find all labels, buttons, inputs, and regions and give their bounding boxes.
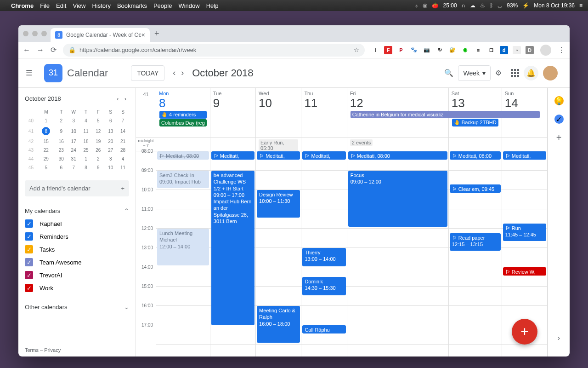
cloud-icon[interactable]: ☁	[470, 2, 475, 9]
event[interactable]: 🏳 Meditati, 08:00	[503, 151, 546, 160]
cc-icon[interactable]: ◎	[423, 2, 427, 9]
event[interactable]: 🏳 Meditati, 08:00	[302, 151, 345, 160]
minical-day[interactable]: 26	[92, 146, 104, 155]
minical-day[interactable]: 28	[117, 146, 129, 155]
minical-day[interactable]: 2	[55, 116, 68, 125]
minical-day[interactable]: 6	[55, 163, 68, 172]
ext-pinterest-icon[interactable]: P	[397, 46, 405, 54]
event-slot[interactable]: 🏳 Meditati, 08:00Design Review10:00 – 11…	[256, 151, 301, 345]
event[interactable]: 🏳 Read paper12:15 – 13:15	[450, 233, 501, 251]
day-header[interactable]: Tue 9	[210, 88, 255, 138]
minical-next[interactable]: ›	[122, 94, 129, 103]
minical-day[interactable]: 1	[37, 116, 55, 125]
event[interactable]: Call Räphu	[302, 325, 345, 334]
minical-day[interactable]: 18	[80, 137, 92, 146]
day-header[interactable]: Wed 10	[256, 88, 301, 138]
today-button[interactable]: TODAY	[131, 65, 164, 81]
menu-view[interactable]: View	[73, 2, 85, 9]
wifi-icon[interactable]: ◡	[498, 2, 502, 9]
ext-camera-icon[interactable]: 📷	[423, 46, 431, 54]
keep-icon[interactable]: 💡	[554, 96, 564, 105]
ext-d-icon[interactable]: d	[500, 46, 508, 54]
minical-day[interactable]: 11	[117, 163, 129, 172]
allday-event[interactable]: Columbus Day (reg	[159, 119, 207, 126]
plus-icon[interactable]: +	[121, 185, 124, 192]
calendar-item[interactable]: ✓Reminders	[25, 230, 129, 243]
checkbox-icon[interactable]: ✓	[25, 245, 33, 253]
ext-sync-icon[interactable]: ↻	[435, 46, 444, 54]
minical-day[interactable]: 12	[92, 125, 104, 137]
event[interactable]: Sem3 Check-In09:00, Impact Hub	[157, 171, 209, 188]
event-slot[interactable]: 🏳 Meditati, 08:00be-advanced Challenge W…	[210, 151, 255, 345]
minical-day[interactable]: 23	[55, 146, 68, 155]
footer-links[interactable]: Terms – Privacy	[25, 347, 61, 353]
minical-day[interactable]: 22	[37, 146, 55, 155]
minical-day[interactable]: 9	[92, 163, 104, 172]
checkbox-icon[interactable]: ✓	[25, 271, 33, 279]
allday-event[interactable]: Catherine in Belgium for medical visuali…	[351, 111, 540, 118]
day-column[interactable]: Sun 14 🏳 Meditati, 08:00🏳 Run11:45 – 12:…	[502, 88, 548, 356]
menu-history[interactable]: History	[92, 2, 110, 9]
minical-day[interactable]: 4	[80, 116, 92, 125]
event[interactable]: Lunch Meeting Michael12:00 – 14:00	[157, 229, 209, 265]
ext-circle-icon[interactable]: ◉	[461, 46, 469, 54]
menu-help[interactable]: Help	[206, 2, 219, 9]
event[interactable]: Focus09:00 – 12:00	[348, 171, 447, 227]
headphones-icon[interactable]: ∩	[462, 2, 466, 9]
minical-day[interactable]: 16	[55, 137, 68, 146]
minical-day[interactable]: 9	[55, 125, 68, 137]
event-slot[interactable]: 🏳 Meditati, 08:00Focus09:00 – 12:00	[347, 151, 448, 345]
spill-event[interactable]: Early Run, 05:30	[259, 139, 298, 151]
minical-day[interactable]: 4	[117, 155, 129, 163]
event[interactable]: 🏳 Meditati, 08:00	[157, 151, 209, 160]
create-event-fab[interactable]: +	[512, 319, 537, 345]
browser-tab[interactable]: 8 Google Calendar - Week of Oc ×	[51, 28, 150, 42]
ext-flipboard-icon[interactable]: F	[384, 46, 392, 54]
account-avatar[interactable]	[543, 66, 558, 80]
event-slot[interactable]: 🏳 Meditati, 08:00🏳 Clear em, 09:45🏳 Read…	[449, 151, 502, 345]
close-window-button[interactable]	[23, 31, 28, 36]
next-period-button[interactable]: ›	[178, 65, 187, 80]
event[interactable]: 🏳 Clear em, 09:45	[450, 184, 501, 193]
back-button[interactable]: ←	[23, 46, 30, 54]
minical-day[interactable]: 5	[37, 163, 55, 172]
dropbox-icon[interactable]: ⬨	[415, 2, 418, 9]
day-column[interactable]: Sat 13 🤚 Backup 2TBHD 🏳 Meditati, 08:00🏳…	[449, 88, 502, 356]
ext-d2-icon[interactable]: D	[526, 46, 534, 54]
minical-day[interactable]: 8	[80, 163, 92, 172]
notifications-button[interactable]: 🔔	[524, 66, 538, 80]
checkbox-icon[interactable]: ✓	[25, 284, 33, 292]
event-slot[interactable]: 🏳 Meditati, 08:00Sem3 Check-In09:00, Imp…	[156, 151, 210, 345]
minimize-window-button[interactable]	[32, 31, 38, 36]
minical-day[interactable]: 24	[68, 146, 80, 155]
event[interactable]: 🏳 Meditati, 08:00	[450, 151, 501, 160]
ext-lock-icon[interactable]: 🔐	[448, 46, 457, 54]
event[interactable]: 🏳 Meditati, 08:00	[257, 151, 300, 160]
minical-day[interactable]: 17	[68, 137, 80, 146]
minical-day[interactable]: 8	[37, 125, 55, 137]
timer[interactable]: 25:00	[443, 2, 457, 9]
hamburger-icon[interactable]: ☰	[26, 69, 37, 77]
menu-window[interactable]: Window	[178, 2, 199, 9]
minical-day[interactable]: 10	[68, 125, 80, 137]
minical-day[interactable]: 11	[80, 125, 92, 137]
minical-day[interactable]: 3	[68, 116, 80, 125]
calendar-item[interactable]: ✓Tasks	[25, 243, 129, 256]
minical-day[interactable]: 3	[104, 155, 117, 163]
my-calendars-section[interactable]: My calendars ⌃	[25, 205, 129, 217]
minical-prev[interactable]: ‹	[114, 94, 121, 103]
minical-day[interactable]: 6	[104, 116, 117, 125]
add-addon-icon[interactable]: +	[554, 133, 564, 142]
list-icon[interactable]: ≡	[579, 2, 582, 9]
minical-day[interactable]: 31	[68, 155, 80, 163]
day-column[interactable]: Mon 8 🤚 4 remindersColumbus Day (reg 🏳 M…	[156, 88, 210, 356]
day-header[interactable]: Fri 12 Catherine in Belgium for medical …	[347, 88, 448, 138]
event[interactable]: Meeting Carlo & Ralph16:00 – 18:00	[257, 306, 300, 343]
minical-day[interactable]: 1	[80, 155, 92, 163]
minical-day[interactable]: 7	[68, 163, 80, 172]
event-slot[interactable]: 🏳 Meditati, 08:00🏳 Run11:45 – 12:45🏳 Rev…	[502, 151, 547, 345]
minical-day[interactable]: 19	[92, 137, 104, 146]
menu-people[interactable]: People	[153, 2, 172, 9]
menu-file[interactable]: File	[40, 2, 50, 9]
event[interactable]: 🏳 Review W, 14:00	[503, 267, 546, 276]
